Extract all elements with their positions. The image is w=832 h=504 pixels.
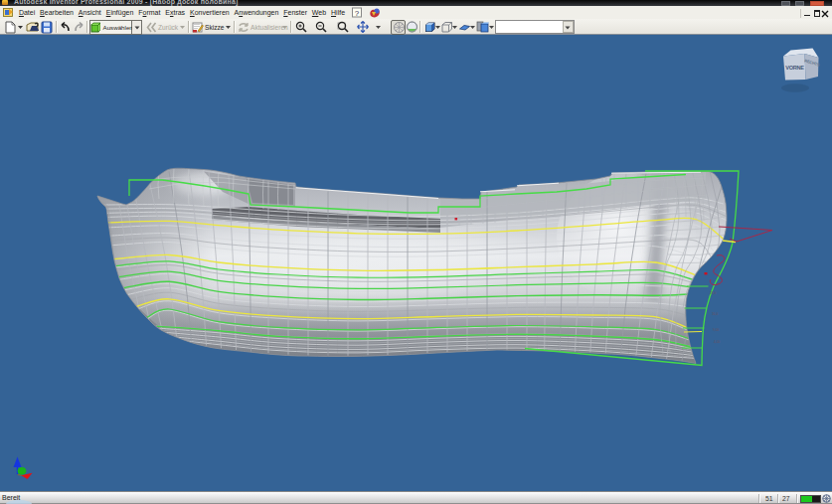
svg-text:4,00: 4,00: [714, 340, 720, 344]
svg-text:28,0: 28,0: [710, 291, 716, 295]
svg-text:?: ?: [355, 9, 360, 18]
svg-text:16,0: 16,0: [712, 312, 718, 316]
svg-text:9,00: 9,00: [713, 328, 719, 332]
svg-text:VORNE: VORNE: [785, 65, 804, 71]
